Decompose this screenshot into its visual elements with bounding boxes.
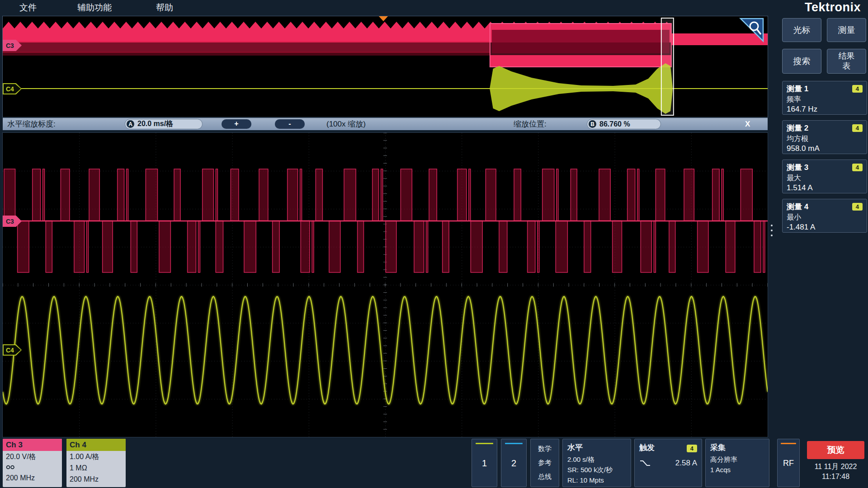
knob-b-icon: B	[589, 120, 596, 128]
channel3-scale: 20.0 V/格	[3, 451, 62, 462]
channel3-label-main[interactable]: C3	[3, 216, 22, 227]
rf-color-line	[781, 443, 796, 444]
channel1-number: 1	[472, 458, 497, 468]
channel3-name: Ch 3	[3, 439, 62, 451]
zoom-scale-value: 20.0 ms/格	[137, 119, 173, 129]
channel2-number: 2	[501, 458, 526, 468]
source-badge: 4	[852, 164, 863, 171]
probe-icon	[3, 462, 62, 472]
trigger-position-marker[interactable]	[379, 16, 388, 21]
waveform-display[interactable]: C3 C4	[3, 133, 768, 437]
measurement-title: 测量 4	[787, 202, 808, 212]
results-table-label: 结果表	[837, 52, 857, 71]
horizontal-badge[interactable]: 水平 2.00 s/格 SR: 500 k次/秒 RL: 10 Mpts	[562, 439, 631, 487]
oscilloscope-ui: 文件 辅助功能 帮助 Tektronix C3 C4 水平缩放标度: A 20.…	[0, 0, 868, 488]
trigger-badge[interactable]: 触发 4 2.58 A	[634, 439, 702, 487]
channel2-badge[interactable]: 2	[501, 439, 527, 487]
ref-label: 参考	[538, 459, 552, 467]
zoom-factor-label: (100x 缩放)	[326, 118, 366, 130]
trigger-level: 2.58 A	[675, 459, 697, 468]
math-label: 数学	[538, 445, 552, 453]
acquisition-mode: 高分辨率	[710, 454, 764, 465]
measurement-badge-1[interactable]: 测量 1 4 频率 164.7 Hz	[782, 81, 867, 115]
source-badge: 4	[852, 85, 863, 93]
zoom-scale-knob-a[interactable]: A 20.0 ms/格	[125, 119, 203, 129]
channel3-bandwidth: 200 MHz	[3, 472, 62, 483]
overview-waveform-canvas	[3, 16, 768, 117]
zoom-position-label: 缩放位置:	[514, 118, 547, 130]
measurement-value: 958.0 mA	[787, 144, 863, 153]
channel1-color-line	[476, 443, 493, 444]
measurement-value: 164.7 Hz	[787, 105, 863, 114]
zoom-in-button[interactable]: +	[222, 119, 251, 129]
acquisition-title: 采集	[710, 442, 764, 453]
tektronix-logo: Tektronix	[805, 0, 861, 15]
measurement-name: 均方根	[787, 134, 863, 144]
date-text: 11 11月 2022	[807, 462, 864, 472]
channel4-label-main[interactable]: C4	[3, 344, 22, 356]
source-badge: 4	[852, 203, 863, 211]
channel4-impedance: 1 MΩ	[66, 462, 126, 474]
measurement-badge-3[interactable]: 测量 3 4 最大 1.514 A	[782, 160, 867, 193]
horizontal-scale: 2.00 s/格	[567, 454, 626, 465]
zoom-position-knob-b[interactable]: B 86.760 %	[587, 119, 661, 129]
cursors-button[interactable]: 光标	[782, 18, 821, 42]
channel1-badge[interactable]: 1	[472, 439, 497, 487]
horizontal-title: 水平	[567, 442, 626, 453]
preview-button[interactable]: 预览	[807, 441, 864, 459]
bus-label: 总线	[538, 473, 552, 481]
trigger-title: 触发	[639, 442, 655, 453]
zoom-out-button[interactable]: -	[275, 119, 305, 129]
main-waveform-canvas	[3, 133, 768, 437]
horizontal-record-len: RL: 10 Mpts	[567, 475, 626, 485]
acquisition-count: 1 Acqs	[710, 465, 764, 475]
source-badge: 4	[852, 124, 863, 132]
measurement-title: 测量 2	[787, 123, 808, 133]
channel3-badge[interactable]: Ch 3 20.0 V/格 200 MHz	[3, 439, 62, 487]
menu-file[interactable]: 文件	[19, 0, 37, 15]
measurement-name: 最大	[787, 174, 863, 183]
panel-drag-handle[interactable]	[771, 225, 773, 236]
measurement-badge-2[interactable]: 测量 2 4 均方根 958.0 mA	[782, 120, 867, 154]
date-time: 11 11月 2022 11:17:48	[807, 462, 864, 482]
horizontal-sample-rate: SR: 500 k次/秒	[567, 465, 626, 475]
channel4-badge[interactable]: Ch 4 1.00 A/格 1 MΩ 200 MHz	[66, 439, 126, 487]
zoom-close-button[interactable]: X	[745, 118, 750, 130]
zoom-scale-label: 水平缩放标度:	[7, 118, 56, 130]
results-table-button[interactable]: 结果表	[827, 49, 866, 74]
measurement-badge-4[interactable]: 测量 4 4 最小 -1.481 A	[782, 199, 867, 233]
time-text: 11:17:48	[807, 472, 864, 482]
measurement-value: -1.481 A	[787, 223, 863, 232]
rf-label: RF	[778, 458, 799, 468]
measurement-title: 测量 1	[787, 84, 808, 94]
channel4-label-overview[interactable]: C4	[3, 83, 22, 94]
menu-utility[interactable]: 辅助功能	[77, 0, 112, 15]
zoom-magnifier-icon[interactable]	[739, 18, 764, 43]
measurement-value: 1.514 A	[787, 183, 863, 192]
menu-bar: 文件 辅助功能 帮助 Tektronix	[0, 0, 868, 15]
measure-button[interactable]: 测量	[827, 18, 866, 42]
search-button[interactable]: 搜索	[782, 49, 821, 74]
measurement-name: 频率	[787, 95, 863, 104]
rf-button[interactable]: RF	[777, 439, 800, 487]
measurement-title: 测量 3	[787, 162, 808, 173]
knob-a-icon: A	[127, 120, 134, 128]
channel4-bandwidth: 200 MHz	[66, 474, 126, 485]
zoom-control-bar: 水平缩放标度: A 20.0 ms/格 + - (100x 缩放) 缩放位置: …	[3, 118, 768, 130]
channel4-scale: 1.00 A/格	[66, 451, 126, 462]
zoom-overview-window[interactable]: C3 C4	[3, 16, 768, 117]
trigger-source-badge: 4	[687, 445, 697, 452]
math-ref-bus-button[interactable]: 数学 参考 总线	[530, 439, 559, 487]
measurement-name: 最小	[787, 213, 863, 222]
zoom-position-value: 86.760 %	[599, 120, 630, 128]
acquisition-badge[interactable]: 采集 高分辨率 1 Acqs	[705, 439, 769, 487]
channel3-label-overview[interactable]: C3	[3, 40, 22, 51]
channel4-name: Ch 4	[66, 439, 126, 451]
channel2-color-line	[505, 443, 523, 444]
menu-help[interactable]: 帮助	[156, 0, 173, 15]
falling-edge-icon	[639, 460, 651, 467]
